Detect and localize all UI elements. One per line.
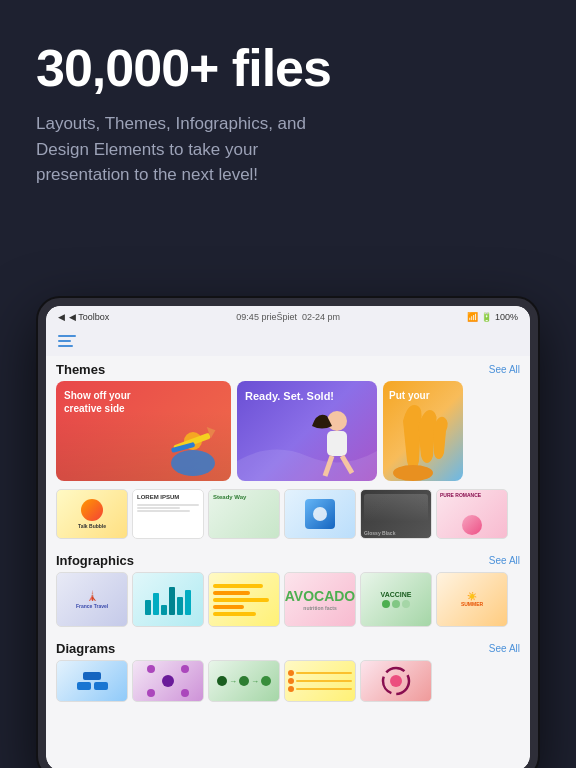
menu-icon[interactable] bbox=[58, 335, 76, 349]
themes-see-all[interactable]: See All bbox=[489, 364, 520, 375]
infographic-4[interactable]: AVOCADO nutrition facts bbox=[284, 572, 356, 627]
battery-icon: 🔋 bbox=[481, 312, 492, 322]
status-time: 09:45 prieŠpiet 02-24 pm bbox=[236, 312, 340, 322]
put-illustration bbox=[383, 391, 463, 481]
infographic-2[interactable] bbox=[132, 572, 204, 627]
themes-header: Themes See All bbox=[46, 356, 530, 381]
themes-title: Themes bbox=[56, 362, 105, 377]
sub-title: Layouts, Themes, Infographics, and Desig… bbox=[36, 111, 356, 188]
diagrams-header: Diagrams See All bbox=[46, 635, 530, 660]
themes-row: Show off your creative side bbox=[46, 381, 530, 481]
infographic-6[interactable]: ☀️ SUMMER bbox=[436, 572, 508, 627]
toolbox-label[interactable]: ◀ Toolbox bbox=[69, 312, 109, 322]
battery-percent: 100% bbox=[495, 312, 518, 322]
header-area: 30,000+ files Layouts, Themes, Infograph… bbox=[0, 0, 576, 208]
back-arrow: ◀ bbox=[58, 312, 65, 322]
templates-section: Talk Bubble LOREM IPSUM Steady Way bbox=[46, 489, 530, 539]
infographics-title: Infographics bbox=[56, 553, 134, 568]
infographic-1[interactable]: 🗼 France Travel bbox=[56, 572, 128, 627]
diagrams-row: → → bbox=[46, 660, 530, 702]
themes-section: Themes See All Show off your creative si… bbox=[46, 356, 530, 481]
svg-point-5 bbox=[327, 411, 347, 431]
status-right: 📶 🔋 100% bbox=[467, 312, 518, 322]
creative-illustration bbox=[163, 421, 223, 476]
ipad-screen: ◀ ◀ Toolbox 09:45 prieŠpiet 02-24 pm 📶 🔋… bbox=[46, 306, 530, 768]
svg-rect-6 bbox=[327, 431, 347, 456]
diagram-2[interactable] bbox=[132, 660, 204, 702]
diagram-4[interactable] bbox=[284, 660, 356, 702]
template-thumb-2[interactable]: LOREM IPSUM bbox=[132, 489, 204, 539]
infographic-5[interactable]: VACCINE bbox=[360, 572, 432, 627]
cycle-diagram bbox=[371, 663, 421, 699]
template-thumb-5[interactable]: Glossy Black bbox=[360, 489, 432, 539]
theme-card-sales[interactable]: Ready. Set. Sold! bbox=[237, 381, 377, 481]
theme-creative-text: Show off your creative side bbox=[64, 389, 144, 415]
infographic-3[interactable] bbox=[208, 572, 280, 627]
screen-content[interactable]: Themes See All Show off your creative si… bbox=[46, 356, 530, 768]
infographics-see-all[interactable]: See All bbox=[489, 555, 520, 566]
svg-point-0 bbox=[171, 450, 215, 476]
svg-point-9 bbox=[393, 465, 433, 481]
template-thumb-4[interactable] bbox=[284, 489, 356, 539]
diagrams-see-all[interactable]: See All bbox=[489, 643, 520, 654]
status-bar: ◀ ◀ Toolbox 09:45 prieŠpiet 02-24 pm 📶 🔋… bbox=[46, 306, 530, 328]
toolbar bbox=[46, 328, 530, 356]
template-thumb-6[interactable]: PURE ROMANCE bbox=[436, 489, 508, 539]
diagram-3[interactable]: → → bbox=[208, 660, 280, 702]
diagrams-title: Diagrams bbox=[56, 641, 115, 656]
templates-row: Talk Bubble LOREM IPSUM Steady Way bbox=[46, 489, 530, 539]
infographics-row: 🗼 France Travel bbox=[46, 572, 530, 627]
infographics-section: Infographics See All 🗼 France Travel bbox=[46, 547, 530, 627]
main-title: 30,000+ files bbox=[36, 40, 540, 97]
ipad-frame: ◀ ◀ Toolbox 09:45 prieŠpiet 02-24 pm 📶 🔋… bbox=[38, 298, 538, 768]
sales-illustration bbox=[237, 401, 377, 481]
diagram-1[interactable] bbox=[56, 660, 128, 702]
status-left: ◀ ◀ Toolbox bbox=[58, 312, 109, 322]
wifi-icon: 📶 bbox=[467, 312, 478, 322]
diagrams-section: Diagrams See All bbox=[46, 635, 530, 702]
svg-point-11 bbox=[390, 675, 402, 687]
infographics-header: Infographics See All bbox=[46, 547, 530, 572]
theme-card-put[interactable]: Put your bbox=[383, 381, 463, 481]
template-thumb-3[interactable]: Steady Way bbox=[208, 489, 280, 539]
diagram-5[interactable] bbox=[360, 660, 432, 702]
template-thumb-1[interactable]: Talk Bubble bbox=[56, 489, 128, 539]
theme-card-creative[interactable]: Show off your creative side bbox=[56, 381, 231, 481]
